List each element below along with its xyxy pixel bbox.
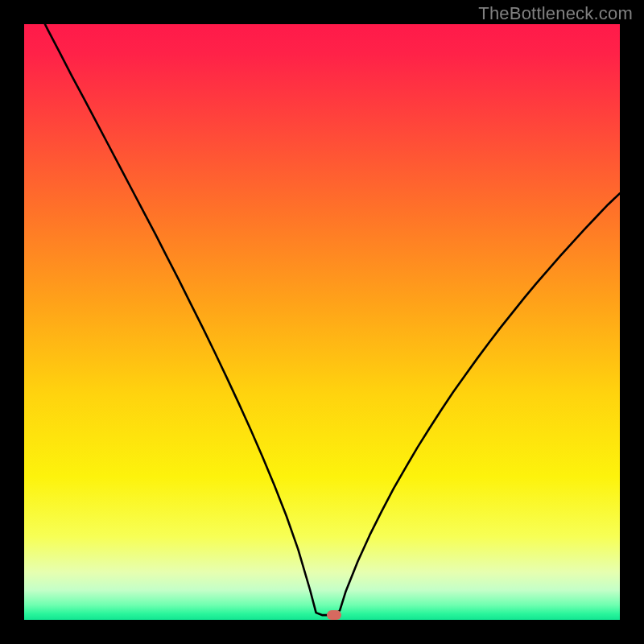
plot-area	[24, 24, 620, 620]
chart-frame: TheBottleneck.com	[0, 0, 644, 644]
watermark-text: TheBottleneck.com	[478, 3, 633, 24]
curve-svg	[24, 24, 620, 620]
minimum-marker	[327, 610, 341, 620]
bottleneck-curve	[24, 24, 620, 615]
